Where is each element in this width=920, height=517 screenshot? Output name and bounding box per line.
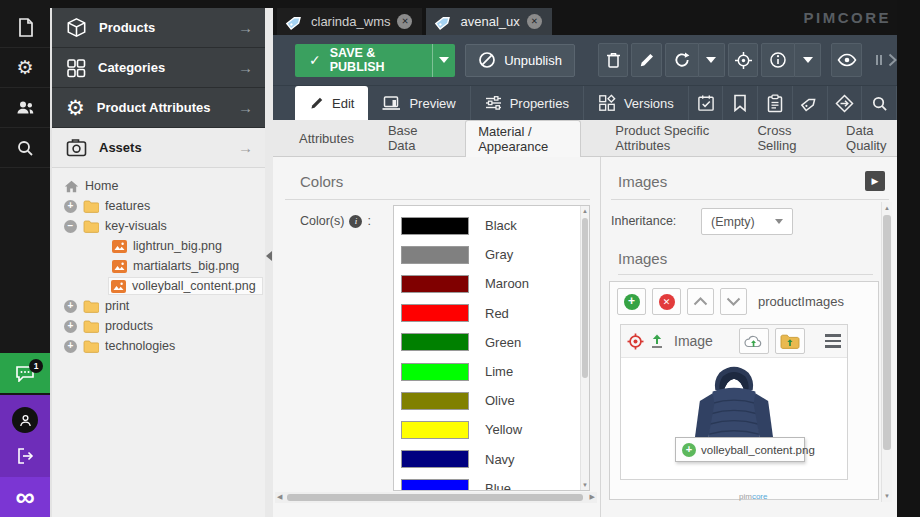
remove-image-button[interactable]: ✕ bbox=[652, 288, 681, 315]
color-option[interactable]: Yellow bbox=[394, 415, 589, 444]
scroll-right-icon[interactable]: ▶ bbox=[590, 493, 595, 501]
versions-icon bbox=[598, 94, 616, 112]
info-button[interactable] bbox=[761, 43, 795, 77]
color-option[interactable]: Olive bbox=[394, 386, 589, 415]
accordion-product-attributes[interactable]: ⚙ Product Attributes → bbox=[52, 88, 265, 128]
logout-icon[interactable] bbox=[16, 447, 35, 465]
tree-item-print[interactable]: + print bbox=[52, 296, 265, 316]
subtab-product-specific[interactable]: Product Specific Attributes bbox=[615, 120, 723, 156]
tree-item-volleyball[interactable]: volleyball_content.png bbox=[52, 276, 265, 296]
tree-item-key-visuals[interactable]: − key-visuals bbox=[52, 216, 265, 236]
close-icon[interactable]: ✕ bbox=[397, 14, 412, 29]
images-panel-scrollbar[interactable]: ▲ ▼ bbox=[881, 202, 892, 502]
scrollbar-thumb[interactable] bbox=[582, 218, 588, 378]
locate-in-tree-button[interactable] bbox=[728, 43, 759, 77]
rail-messages-button[interactable]: 1 bbox=[0, 353, 50, 393]
tree-item-martialarts[interactable]: martialarts_big.png bbox=[52, 256, 265, 276]
tab-edit[interactable]: Edit bbox=[295, 86, 368, 120]
expand-plus-icon[interactable]: + bbox=[64, 340, 77, 353]
user-avatar[interactable] bbox=[12, 407, 38, 433]
subtab-attributes[interactable]: Attributes bbox=[299, 120, 354, 156]
tab-properties[interactable]: Properties bbox=[471, 86, 584, 120]
rail-users-button[interactable] bbox=[0, 88, 50, 128]
color-name: Green bbox=[485, 335, 521, 350]
color-option[interactable]: Red bbox=[394, 299, 589, 328]
tree-item-technologies[interactable]: + technologies bbox=[52, 336, 265, 356]
rail-search-button[interactable] bbox=[0, 128, 50, 168]
accordion-categories[interactable]: Categories → bbox=[52, 48, 265, 88]
scroll-up-icon[interactable]: ▲ bbox=[581, 208, 589, 214]
color-option[interactable]: Green bbox=[394, 328, 589, 357]
panel-collapse-handle[interactable] bbox=[264, 247, 273, 265]
scroll-down-icon[interactable]: ▼ bbox=[882, 493, 892, 499]
colors-multiselect[interactable]: Black Gray Maroon Red Green Lime Olive Y… bbox=[393, 205, 590, 491]
collapse-minus-icon[interactable]: − bbox=[64, 220, 77, 233]
upload-arrow-icon[interactable] bbox=[650, 333, 664, 349]
tab-tags[interactable] bbox=[793, 86, 828, 120]
tab-bookmarks[interactable] bbox=[723, 86, 758, 120]
save-dropdown-button[interactable] bbox=[432, 44, 456, 77]
accordion-products[interactable]: Products → bbox=[52, 8, 265, 48]
tab-scheduled-tasks[interactable] bbox=[689, 86, 724, 120]
scroll-down-icon[interactable]: ▼ bbox=[581, 482, 589, 488]
tab-notes-events[interactable] bbox=[758, 86, 793, 120]
tree-item-features[interactable]: + features bbox=[52, 196, 265, 216]
tab-workflow[interactable] bbox=[828, 86, 863, 120]
scrollbar-thumb[interactable] bbox=[883, 215, 891, 450]
doc-tab-clarinda[interactable]: clarinda_wms ✕ bbox=[277, 8, 422, 35]
rail-file-button[interactable] bbox=[0, 8, 50, 48]
color-option[interactable]: Navy bbox=[394, 445, 589, 474]
subtab-data-quality[interactable]: Data Quality bbox=[846, 120, 897, 156]
close-icon[interactable]: ✕ bbox=[527, 14, 542, 29]
rail-logo-tile[interactable]: ∞ bbox=[0, 477, 50, 517]
info-dropdown-button[interactable] bbox=[795, 43, 821, 77]
color-option[interactable]: Gray bbox=[394, 240, 589, 269]
horizontal-scrollbar[interactable]: ◀ ▶ bbox=[275, 492, 597, 503]
add-image-button[interactable]: + bbox=[617, 288, 646, 315]
color-option[interactable]: Lime bbox=[394, 357, 589, 386]
subtab-cross-selling[interactable]: Cross Selling bbox=[757, 120, 812, 156]
expand-plus-icon[interactable]: + bbox=[64, 320, 77, 333]
tree-item-products[interactable]: + products bbox=[52, 316, 265, 336]
tab-versions[interactable]: Versions bbox=[584, 86, 689, 120]
scroll-left-icon[interactable]: ◀ bbox=[277, 493, 282, 501]
reload-button[interactable] bbox=[665, 43, 699, 77]
move-down-button[interactable] bbox=[720, 288, 747, 315]
listbox-scrollbar[interactable]: ▲ ▼ bbox=[580, 206, 589, 490]
color-option[interactable]: Maroon bbox=[394, 269, 589, 298]
menu-icon[interactable] bbox=[825, 334, 841, 348]
expand-plus-icon[interactable]: + bbox=[64, 200, 77, 213]
upload-button[interactable] bbox=[739, 328, 769, 354]
tree-label: volleyball_content.png bbox=[132, 279, 256, 293]
delete-button[interactable] bbox=[598, 43, 629, 77]
reload-dropdown-button[interactable] bbox=[699, 43, 725, 77]
tab-search[interactable] bbox=[862, 86, 897, 120]
inheritance-select[interactable]: (Empty) bbox=[701, 208, 793, 235]
tree-item-lightrun[interactable]: lightrun_big.png bbox=[52, 236, 265, 256]
toolbar-overflow-indicator[interactable] bbox=[876, 53, 897, 67]
rail-settings-button[interactable]: ⚙ bbox=[0, 48, 50, 88]
tab-preview[interactable]: Preview bbox=[368, 86, 470, 120]
color-option[interactable]: Blue bbox=[394, 474, 589, 491]
save-publish-button[interactable]: ✓SAVE & PUBLISH bbox=[295, 44, 455, 77]
doc-tab-avenal[interactable]: avenal_ux ✕ bbox=[426, 8, 551, 35]
scroll-up-icon[interactable]: ▲ bbox=[882, 205, 892, 211]
accordion-assets[interactable]: Assets → bbox=[52, 128, 265, 168]
expand-plus-icon[interactable]: + bbox=[64, 300, 77, 313]
reload-icon bbox=[673, 51, 691, 69]
move-up-button[interactable] bbox=[687, 288, 714, 315]
subtab-base-data[interactable]: Base Data bbox=[388, 120, 431, 156]
panel-expand-button[interactable]: ▶ bbox=[865, 171, 885, 191]
image-drop-area[interactable]: pimcore + volleyball_content.png bbox=[621, 359, 847, 480]
select-from-assets-button[interactable] bbox=[775, 328, 805, 354]
rename-button[interactable] bbox=[631, 43, 662, 77]
color-option[interactable]: Black bbox=[394, 211, 589, 240]
check-icon: ✓ bbox=[309, 52, 321, 68]
focal-point-icon[interactable] bbox=[627, 333, 644, 350]
preview-eye-button[interactable] bbox=[831, 43, 862, 77]
tree-item-home[interactable]: Home bbox=[52, 176, 265, 196]
scrollbar-thumb[interactable] bbox=[287, 494, 583, 501]
unpublish-button[interactable]: Unpublish bbox=[465, 44, 575, 77]
collapse-arrow-icon bbox=[266, 251, 272, 261]
subtab-material-appearance[interactable]: Material / Appearance bbox=[465, 120, 581, 157]
